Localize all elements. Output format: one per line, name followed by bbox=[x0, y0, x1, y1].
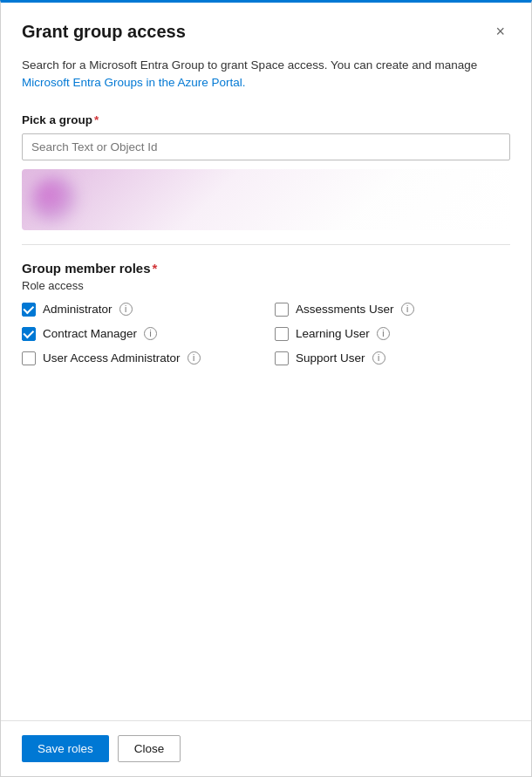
role-label-user-access-administrator: User Access Administrator bbox=[43, 351, 181, 365]
role-label-support-user: Support User bbox=[296, 351, 365, 365]
info-icon-learning-user[interactable]: i bbox=[377, 327, 390, 340]
role-item-learning-user: Learning User i bbox=[275, 327, 510, 341]
close-icon-button[interactable]: × bbox=[490, 20, 510, 43]
close-button[interactable]: Close bbox=[118, 735, 181, 762]
preview-blob bbox=[31, 176, 78, 224]
roles-required-indicator: * bbox=[153, 261, 158, 276]
checkbox-assessments-user[interactable] bbox=[275, 303, 289, 317]
modal-title: Grant group access bbox=[22, 22, 186, 42]
role-label-assessments-user: Assessments User bbox=[296, 303, 394, 316]
info-icon-assessments-user[interactable]: i bbox=[401, 303, 414, 316]
checkbox-contract-manager[interactable] bbox=[22, 327, 36, 341]
info-icon-contract-manager[interactable]: i bbox=[144, 327, 157, 340]
modal-footer: Save roles Close bbox=[1, 720, 531, 776]
azure-portal-link[interactable]: Microsoft Entra Groups in the Azure Port… bbox=[22, 76, 246, 89]
roles-grid: Administrator i Assessments User i Contr… bbox=[22, 303, 510, 365]
role-item-contract-manager: Contract Manager i bbox=[22, 327, 257, 341]
pick-group-section: Pick a group* bbox=[22, 96, 510, 230]
role-item-user-access-administrator: User Access Administrator i bbox=[22, 351, 257, 365]
role-item-support-user: Support User i bbox=[275, 351, 510, 365]
modal-header: Grant group access × bbox=[1, 3, 531, 57]
checkbox-support-user[interactable] bbox=[275, 351, 289, 365]
save-roles-button[interactable]: Save roles bbox=[22, 735, 109, 762]
info-icon-support-user[interactable]: i bbox=[372, 351, 385, 365]
grant-group-access-modal: Grant group access × Search for a Micros… bbox=[0, 0, 532, 777]
checkbox-learning-user[interactable] bbox=[275, 327, 289, 341]
role-label-contract-manager: Contract Manager bbox=[43, 327, 137, 340]
modal-body: Search for a Microsoft Entra Group to gr… bbox=[1, 57, 531, 720]
role-label-administrator: Administrator bbox=[43, 303, 113, 316]
description-text: Search for a Microsoft Entra Group to gr… bbox=[22, 57, 510, 92]
pick-group-label: Pick a group* bbox=[22, 113, 510, 126]
search-input[interactable] bbox=[22, 133, 510, 160]
role-access-label: Role access bbox=[22, 279, 510, 292]
checkbox-user-access-administrator[interactable] bbox=[22, 351, 36, 365]
role-label-learning-user: Learning User bbox=[296, 327, 370, 340]
required-indicator: * bbox=[94, 113, 99, 126]
checkbox-administrator[interactable] bbox=[22, 303, 36, 317]
description-paragraph: Search for a Microsoft Entra Group to gr… bbox=[22, 58, 477, 72]
roles-section-title: Group member roles* bbox=[22, 261, 510, 276]
group-preview-area bbox=[22, 169, 510, 230]
info-icon-administrator[interactable]: i bbox=[119, 303, 133, 316]
info-icon-user-access-administrator[interactable]: i bbox=[188, 351, 201, 365]
role-item-assessments-user: Assessments User i bbox=[275, 303, 510, 317]
role-item-administrator: Administrator i bbox=[22, 303, 257, 317]
roles-section: Group member roles* Role access Administ… bbox=[22, 245, 510, 365]
